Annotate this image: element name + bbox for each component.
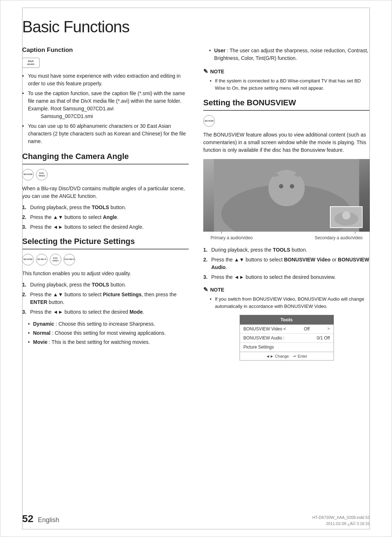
note-bonusview-content: If you switch from BONUSVIEW Video, BONU…: [203, 296, 370, 310]
margin-line-top: [22, 8, 370, 8]
bonusview-bdrom-icon: BD-ROM: [203, 115, 215, 127]
col-right: User : The user can adjust the sharpness…: [203, 45, 370, 361]
mode-user: User : The user can adjust the sharpness…: [209, 47, 370, 62]
margin-line-bottom: [22, 529, 370, 529]
bdrom-icon-badge: BD-ROM: [22, 169, 34, 180]
divx-icon-label: DivX: [28, 60, 34, 63]
note-bonusview-item-1: If you switch from BONUSVIEW Video, BONU…: [210, 296, 370, 310]
tools-menu-footer: ◄► Change ↵ Enter: [240, 352, 334, 361]
col-left: Caption Function DivX MG/MP4 You must ha…: [22, 45, 189, 361]
bonusview-title: Setting the BONUSVIEW: [203, 97, 370, 111]
tools-menu-row-3: Picture Settings: [240, 343, 334, 352]
ps-dvdrw-icon: DVD+RW/-R: [64, 254, 75, 265]
page: Basic Functions Caption Function DivX MG…: [0, 0, 392, 537]
footer-file: HT-D6730W_XAA_0208.indd 52: [313, 514, 370, 521]
picture-step-3: 3. Press the ◄► buttons to select the de…: [22, 308, 189, 316]
bonusview-step-3: 3. Press the ◄► buttons to select the de…: [203, 273, 370, 281]
caption-bullet-2: To use the caption function, save the ca…: [22, 90, 189, 120]
picture-mode-list: Dynamic : Choose this setting to increas…: [22, 320, 189, 346]
bonusview-step-2: 2. Press the ▲▼ buttons to select BONUSV…: [203, 256, 370, 271]
picture-settings-steps: 1. During playback, press the TOOLS butt…: [22, 281, 189, 316]
bonusview-primary-label: Primary a audio/video: [211, 235, 253, 241]
picture-settings-section: Selecting the Picture Settings BD-ROM BD…: [22, 235, 189, 346]
picture-step-1: 1. During playback, press the TOOLS butt…: [22, 281, 189, 289]
picture-settings-intro: This function enables you to adjust vide…: [22, 270, 189, 277]
english-label: English: [38, 516, 59, 524]
caption-icon-row: DivX MG/MP4: [22, 58, 189, 68]
pip-svg: [331, 207, 362, 227]
note-picture-item-1: If the system is connected to a BD Wise-…: [210, 77, 370, 91]
note-bonusview-box: ✎ NOTE If you switch from BONUSVIEW Vide…: [203, 285, 370, 310]
note-icon-bonusview: ✎: [203, 285, 208, 294]
divx-icon-sublabel: MG/MP4: [27, 63, 34, 65]
footer-date: 2011-02-09 ¿ÀÛ 3:16:31: [313, 521, 370, 527]
bonusview-secondary-label: Secondary a audio/video: [315, 235, 363, 241]
tools-menu-label-1: BONUSVIEW Video <: [244, 326, 286, 332]
caption-bullet-3: You can use up to 60 alphanumeric charac…: [22, 122, 189, 145]
note-picture-content: If the system is connected to a BD Wise-…: [203, 77, 370, 91]
mode-dynamic: Dynamic : Choose this setting to increas…: [28, 320, 189, 328]
camera-angle-title: Changing the Camera Angle: [22, 150, 189, 164]
tools-menu-header: Tools: [240, 315, 334, 325]
footer-left: 52 English: [22, 511, 59, 526]
tools-menu-value-2: 0/1 Off: [317, 335, 330, 341]
ps-bdrер-icon: BD-RE/-R: [36, 254, 48, 265]
tools-menu-row-2: BONUSVIEW Audio : 0/1 Off: [240, 334, 334, 343]
camera-angle-step-3: 3. Press the ◄► buttons to select the de…: [22, 223, 189, 231]
caption-function-section: Caption Function DivX MG/MP4 You must ha…: [22, 45, 189, 145]
camera-angle-step-2: 2. Press the ▲▼ buttons to select Angle.: [22, 213, 189, 221]
caption-bullet-list: You must have some experience with video…: [22, 72, 189, 145]
dvdvideo-icon-badge: DVD-VIDEO: [36, 169, 48, 180]
two-column-layout: Caption Function DivX MG/MP4 You must ha…: [22, 45, 370, 361]
bonusview-intro: The BONUSVIEW feature allows you to view…: [203, 131, 370, 154]
ps-dvdvideo-icon: DVD-VIDEO: [50, 254, 61, 265]
bonusview-labels: Primary a audio/video Secondary a audio/…: [203, 235, 370, 241]
footer-right: HT-D6730W_XAA_0208.indd 52 2011-02-09 ¿À…: [313, 514, 370, 526]
camera-angle-intro: When a Blu-ray Disc/DVD contains multipl…: [22, 185, 189, 200]
divx-icon-badge: DivX MG/MP4: [22, 58, 40, 68]
page-number: 52: [22, 513, 33, 524]
bonusview-section: Setting the BONUSVIEW BD-ROM The BONUSVI…: [203, 97, 370, 281]
tools-menu-arrow-1: >: [327, 326, 330, 332]
camera-angle-section: Changing the Camera Angle BD-ROM DVD-VID…: [22, 150, 189, 231]
note-icon-picture: ✎: [203, 67, 208, 76]
bonusview-image: [203, 159, 370, 232]
picture-settings-icon-row: BD-ROM BD-RE/-R DVD-VIDEO DVD+RW/-R: [22, 254, 189, 265]
tools-menu-label-3: Picture Settings: [244, 344, 274, 350]
camera-angle-step-1: 1. During playback, press the TOOLS butt…: [22, 204, 189, 211]
bdrom-icon-label: BD-ROM: [24, 173, 33, 176]
dvdvideo-icon-label: DVD-VIDEO: [36, 172, 47, 177]
camera-angle-icon-row: BD-ROM DVD-VIDEO: [22, 169, 189, 180]
caption-bullet-1: You must have some experience with video…: [22, 72, 189, 88]
camera-angle-steps: 1. During playback, press the TOOLS butt…: [22, 204, 189, 231]
tools-menu: Tools BONUSVIEW Video < Off > BONUSVIEW …: [240, 315, 334, 361]
note-picture-title: ✎ NOTE: [203, 67, 370, 76]
user-bullet-container: User : The user can adjust the sharpness…: [203, 47, 370, 62]
caption-function-title: Caption Function: [22, 45, 189, 55]
picture-settings-title: Selecting the Picture Settings: [22, 235, 189, 249]
mode-normal: Normal : Choose this setting for most vi…: [28, 329, 189, 337]
bonusview-steps: 1. During playback, press the TOOLS butt…: [203, 246, 370, 281]
note-bonusview-title: ✎ NOTE: [203, 285, 370, 294]
bonusview-pip-overlay: [330, 206, 363, 228]
note-picture-box: ✎ NOTE If the system is connected to a B…: [203, 67, 370, 91]
user-bullet-list: User : The user can adjust the sharpness…: [203, 47, 370, 62]
tools-menu-value-1: Off: [304, 326, 310, 332]
mode-movie: Movie : This is the best setting for wat…: [28, 338, 189, 346]
svg-point-6: [290, 184, 294, 188]
svg-point-9: [342, 211, 350, 219]
bonusview-icon-row: BD-ROM: [203, 115, 370, 127]
tools-menu-label-2: BONUSVIEW Audio :: [244, 335, 285, 341]
ps-bdrom-icon: BD-ROM: [22, 254, 34, 265]
tools-menu-row-1: BONUSVIEW Video < Off >: [240, 325, 334, 334]
page-title: Basic Functions: [22, 15, 370, 39]
picture-step-2: 2. Press the ▲▼ buttons to select Pictur…: [22, 291, 189, 306]
bonusview-step-1: 1. During playback, press the TOOLS butt…: [203, 246, 370, 254]
footer: 52 English HT-D6730W_XAA_0208.indd 52 20…: [22, 511, 370, 526]
svg-point-5: [279, 184, 283, 188]
